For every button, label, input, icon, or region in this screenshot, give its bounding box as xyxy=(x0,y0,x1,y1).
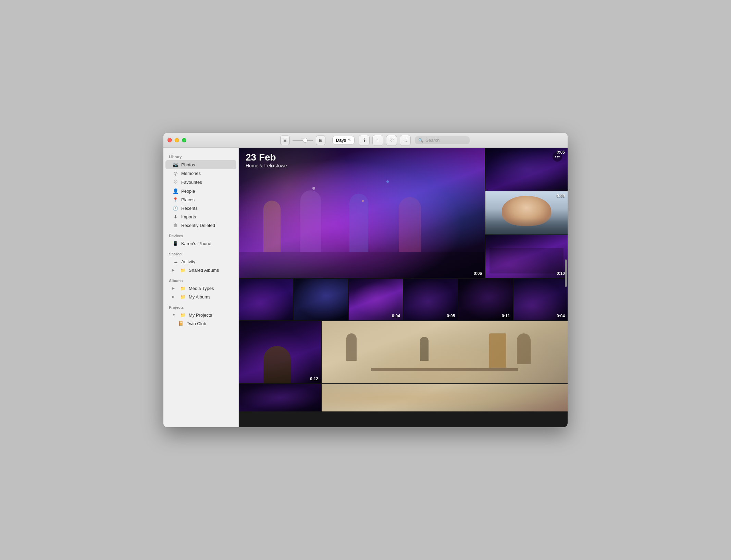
photo-cell-r3-1[interactable]: 0:12 xyxy=(239,321,321,383)
sidebar-item-media-types[interactable]: ▶ 📁 Media Types xyxy=(165,284,236,293)
search-input[interactable] xyxy=(425,138,467,143)
albums-section-header: Albums xyxy=(163,275,238,284)
titlebar-center: ⊟ ⊞ Days ⇅ ℹ ↑ ♡ xyxy=(186,135,563,146)
photo-grid-container[interactable]: 23 Feb Home & Felixstowe ••• xyxy=(239,148,568,427)
dropdown-arrows-icon: ⇅ xyxy=(348,138,351,142)
iphone-icon: 📱 xyxy=(172,241,178,246)
sidebar-people-label: People xyxy=(181,189,231,194)
video-duration-r3-1: 0:12 xyxy=(310,377,318,381)
photo-cell-tr2[interactable]: 0:09 xyxy=(485,191,568,234)
heart-icon: ♡ xyxy=(389,138,394,143)
sidebar-item-favourites[interactable]: ♡ Favourites xyxy=(165,178,236,187)
export-icon: ⬚ xyxy=(404,138,407,142)
minimize-button[interactable] xyxy=(175,138,179,142)
photos-icon: 📷 xyxy=(172,162,178,167)
video-duration-r2-4: 0:05 xyxy=(447,314,455,318)
memories-icon: ◎ xyxy=(172,171,178,176)
zoom-slider-track xyxy=(293,140,313,141)
sidebar-item-photos[interactable]: 📷 Photos xyxy=(165,160,236,169)
media-types-expand-icon: ▶ xyxy=(172,287,176,291)
video-duration-r2-5: 0:11 xyxy=(502,314,510,318)
sidebar-item-recents[interactable]: 🕐 Recents xyxy=(165,204,236,213)
search-icon: 🔍 xyxy=(418,138,423,143)
sidebar-toggle-button[interactable]: ⊟ xyxy=(280,136,290,145)
search-bar[interactable]: 🔍 xyxy=(415,136,470,144)
sidebar-item-twin-club[interactable]: 📔 Twin Club xyxy=(165,319,236,328)
video-duration-main: 0:06 xyxy=(474,271,482,276)
places-icon: 📍 xyxy=(172,197,178,202)
sidebar-item-shared-albums[interactable]: ▶ 📁 Shared Albums xyxy=(165,266,236,275)
sidebar: Library 📷 Photos ◎ Memories ♡ Favourites… xyxy=(163,148,239,427)
sidebar-memories-label: Memories xyxy=(181,171,231,176)
fullscreen-button[interactable]: ⊞ xyxy=(316,136,325,145)
sidebar-karens-iphone-label: Karen's iPhone xyxy=(181,241,231,246)
sidebar-photos-label: Photos xyxy=(181,162,231,167)
sidebar-item-memories[interactable]: ◎ Memories xyxy=(165,169,236,178)
photo-cell-r3-2[interactable] xyxy=(322,321,568,383)
zoom-slider-thumb[interactable] xyxy=(303,138,308,143)
sidebar-item-karens-iphone[interactable]: 📱 Karen's iPhone xyxy=(165,239,236,248)
titlebar: ⊟ ⊞ Days ⇅ ℹ ↑ ♡ xyxy=(163,133,568,148)
view-mode-dropdown[interactable]: Days ⇅ xyxy=(332,136,355,144)
main-content: Library 📷 Photos ◎ Memories ♡ Favourites… xyxy=(163,148,568,427)
sidebar-recently-deleted-label: Recently Deleted xyxy=(181,223,231,228)
date-day-label: 23 Feb xyxy=(246,152,287,163)
view-mode-label: Days xyxy=(336,138,346,143)
favourite-button[interactable]: ♡ xyxy=(386,135,397,146)
photo-cell-r2-3[interactable]: 0:04 xyxy=(349,279,403,320)
photo-cell-r2-2[interactable] xyxy=(294,279,348,320)
sidebar-activity-label: Activity xyxy=(181,259,231,264)
activity-icon: ☁ xyxy=(172,259,178,264)
shared-albums-icon: 📁 xyxy=(180,268,186,273)
date-location-label: Home & Felixstowe xyxy=(246,163,287,168)
window-controls: ⊟ ⊞ xyxy=(280,136,325,145)
video-duration-tr3: 0:10 xyxy=(557,271,565,276)
photo-cell-r4-1[interactable] xyxy=(239,384,321,411)
share-button[interactable]: ↑ xyxy=(372,135,383,146)
video-duration-r2-6: 0:04 xyxy=(557,314,565,318)
scrollbar[interactable] xyxy=(565,148,567,427)
favourites-icon: ♡ xyxy=(172,179,178,185)
sidebar-item-places[interactable]: 📍 Places xyxy=(165,195,236,204)
zoom-slider-area xyxy=(293,136,313,145)
date-header: 23 Feb Home & Felixstowe xyxy=(246,152,287,168)
photo-cell-r4-2[interactable] xyxy=(322,384,568,411)
my-projects-expand-icon: ▼ xyxy=(172,313,176,317)
video-duration-r2-3: 0:04 xyxy=(392,314,400,318)
sidebar-item-my-albums[interactable]: ▶ 📁 My Albums xyxy=(165,293,236,301)
shared-section-header: Shared xyxy=(163,248,238,257)
library-section-header: Library xyxy=(163,151,238,160)
photo-cell-tr3[interactable]: 0:10 xyxy=(485,235,568,278)
sidebar-item-my-projects[interactable]: ▼ 📁 My Projects xyxy=(165,311,236,319)
sidebar-item-people[interactable]: 👤 People xyxy=(165,187,236,195)
photo-cell-r2-1[interactable] xyxy=(239,279,293,320)
traffic-lights xyxy=(168,138,186,142)
more-options-button[interactable]: ••• xyxy=(553,152,562,162)
photo-cell-r2-6[interactable]: 0:04 xyxy=(513,279,568,320)
sidebar-recents-label: Recents xyxy=(181,206,231,211)
maximize-button[interactable] xyxy=(182,138,186,142)
devices-section-header: Devices xyxy=(163,230,238,239)
toolbar-icons: ℹ ↑ ♡ ⬚ xyxy=(359,135,411,146)
sidebar-item-recently-deleted[interactable]: 🗑 Recently Deleted xyxy=(165,221,236,230)
scrollbar-thumb[interactable] xyxy=(565,259,567,287)
info-button[interactable]: ℹ xyxy=(359,135,370,146)
media-types-icon: 📁 xyxy=(180,286,186,291)
shared-albums-expand-icon: ▶ xyxy=(172,268,176,272)
people-icon: 👤 xyxy=(172,188,178,194)
photo-cell-r2-4[interactable]: 0:05 xyxy=(404,279,458,320)
sidebar-media-types-label: Media Types xyxy=(189,286,231,291)
export-button[interactable]: ⬚ xyxy=(400,135,411,146)
my-projects-icon: 📁 xyxy=(180,313,186,318)
photo-cell-r2-5[interactable]: 0:11 xyxy=(458,279,512,320)
sidebar-item-imports[interactable]: ⬇ Imports xyxy=(165,213,236,221)
sidebar-imports-label: Imports xyxy=(181,214,231,219)
sidebar-item-activity[interactable]: ☁ Activity xyxy=(165,257,236,266)
sidebar-twin-club-label: Twin Club xyxy=(187,321,231,326)
sidebar-my-projects-label: My Projects xyxy=(189,313,231,318)
projects-section-header: Projects xyxy=(163,301,238,311)
imports-icon: ⬇ xyxy=(172,214,178,219)
sidebar-favourites-label: Favourites xyxy=(181,180,231,185)
video-duration-tr2: 0:09 xyxy=(557,193,565,198)
close-button[interactable] xyxy=(168,138,172,142)
